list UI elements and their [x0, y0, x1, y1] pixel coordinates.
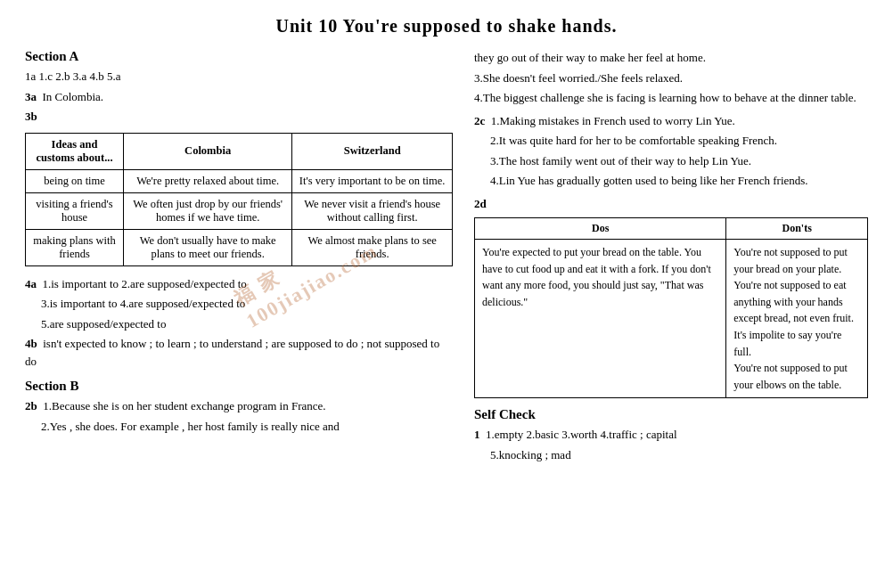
label-3a: 3a [25, 90, 37, 103]
line-4a: 4a 1.is important to 2.are supposed/expe… [25, 275, 453, 293]
table-row: making plans with friends We don't usual… [26, 229, 453, 265]
line-1a: 1a 1.c 2.b 3.a 4.b 5.a [25, 68, 453, 86]
topic-3: making plans with friends [26, 229, 124, 265]
label-2c: 2c [474, 114, 485, 127]
dos-donts-table: Dos Don'ts You're expected to put your b… [474, 217, 868, 398]
colombia-1: We're pretty relaxed about time. [124, 169, 292, 192]
label-2b: 2b [25, 399, 37, 412]
line-2c: 2c 1.Making mistakes in French used to w… [474, 112, 868, 130]
text-4a-1: 1.is important to 2.are supposed/expecte… [43, 277, 247, 290]
text-2b-1: 1.Because she is on her student exchange… [43, 399, 325, 412]
line-4a-2: 3.is important to 4.are supposed/expecte… [25, 295, 453, 313]
line-4b: 4b isn't expected to know ; to learn ; t… [25, 335, 453, 370]
text-2c-2: 2.It was quite hard for her to be comfor… [474, 132, 868, 150]
dos-header: Dos [475, 218, 726, 240]
label-4a: 4a [25, 277, 37, 290]
switzerland-3: We almost make plans to see friends. [292, 229, 453, 265]
label-self-1: 1 [474, 428, 480, 441]
text-2c-3: 3.The host family went out of their way … [474, 152, 868, 170]
right-2b-3: 3.She doesn't feel worried./She feels re… [474, 69, 868, 87]
label-3b: 3b [25, 108, 453, 126]
page-title: Unit 10 You're supposed to shake hands. [25, 16, 868, 37]
dos-donts-row: You're expected to put your bread on the… [475, 240, 868, 398]
text-self-1: 1.empty 2.basic 3.worth 4.traffic ; capi… [486, 428, 677, 441]
topic-2: visiting a friend's house [26, 192, 124, 229]
colombia-2: We often just drop by our friends' homes… [124, 192, 292, 229]
text-3a: In Colombia. [43, 90, 104, 103]
section-a-title: Section A [25, 49, 453, 64]
dos-cell: You're expected to put your bread on the… [475, 240, 726, 398]
self-check-title: Self Check [474, 407, 868, 422]
customs-table: Ideas and customs about... Colombia Swit… [25, 133, 453, 266]
table-row: visiting a friend's house We often just … [26, 192, 453, 229]
topic-1: being on time [26, 169, 124, 192]
donts-header: Don'ts [726, 218, 868, 240]
switzerland-2: We never visit a friend's house without … [292, 192, 453, 229]
table-row: being on time We're pretty relaxed about… [26, 169, 453, 192]
text-2c-1: 1.Making mistakes in French used to worr… [491, 114, 735, 127]
right-2b-cont: they go out of their way to make her fee… [474, 49, 868, 67]
section-b-title: Section B [25, 379, 453, 394]
label-2d: 2d [474, 195, 868, 213]
text-4b: isn't expected to know ; to learn ; to u… [25, 337, 439, 368]
right-2b-4: 4.The biggest challenge she is facing is… [474, 89, 868, 107]
text-self-1-2: 5.knocking ; mad [474, 446, 868, 464]
colombia-3: We don't usually have to make plans to m… [124, 229, 292, 265]
line-3a: 3a In Colombia. [25, 88, 453, 106]
line-2b: 2b 1.Because she is on her student excha… [25, 397, 453, 415]
col-header-topic: Ideas and customs about... [26, 133, 124, 169]
col-header-switzerland: Switzerland [292, 133, 453, 169]
label-4b: 4b [25, 337, 37, 350]
right-column: they go out of their way to make her fee… [474, 49, 868, 466]
left-column: Section A 1a 1.c 2.b 3.a 4.b 5.a 3a In C… [25, 49, 453, 466]
switzerland-1: It's very important to be on time. [292, 169, 453, 192]
col-header-colombia: Colombia [124, 133, 292, 169]
line-4a-3: 5.are supposed/expected to [25, 315, 453, 333]
text-2c-4: 4.Lin Yue has gradually gotten used to b… [474, 172, 868, 190]
line-2b-2: 2.Yes , she does. For example , her host… [25, 418, 453, 436]
donts-cell: You're not supposed to put your bread on… [726, 240, 868, 398]
line-self-1: 1 1.empty 2.basic 3.worth 4.traffic ; ca… [474, 426, 868, 444]
